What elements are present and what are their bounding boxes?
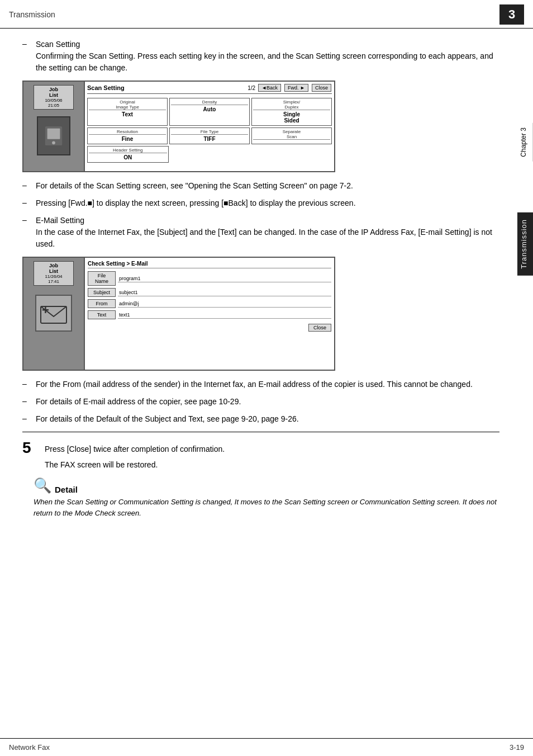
- scan-cell-separate[interactable]: SeparateScan: [251, 127, 332, 144]
- job-list-box-1: JobList 10/05/0621:05: [34, 85, 74, 110]
- restored-text: The FAX screen will be restored.: [45, 460, 499, 469]
- chapter-box: 3: [499, 4, 524, 25]
- scan-panel: Scan Setting 1/2 ◄Back Fwd. ► Close Orig…: [85, 82, 334, 171]
- email-label-text[interactable]: Text: [88, 310, 116, 319]
- bullet-from-info-text: For the From (mail address of the sender…: [36, 379, 473, 390]
- scan-cell-simplex[interactable]: Simplex/Duplex SingleSided: [251, 98, 332, 126]
- email-panel: Check Setting > E-Mail FileName program1…: [85, 258, 334, 370]
- bullet-dash-3: –: [22, 198, 36, 207]
- scan-cell-filetype[interactable]: File Type TIFF: [169, 127, 250, 144]
- bullet-email-details: – For details of E-mail address of the c…: [22, 396, 499, 408]
- email-value-text: text1: [118, 311, 331, 319]
- scan-setting-title: Scan Setting: [36, 39, 499, 50]
- detail-icon-row: 🔍 Detail: [34, 477, 499, 494]
- footer-left: Network Fax: [9, 743, 50, 752]
- page-footer: Network Fax 3-19: [0, 738, 533, 756]
- bullet-scan-detail-text: For details of the Scan Setting screen, …: [36, 180, 353, 192]
- scan-fwd-btn[interactable]: Fwd. ►: [284, 84, 308, 92]
- bullet-fwd-pressing: – Pressing [Fwd.■] to display the next s…: [22, 197, 499, 209]
- main-content: – Scan Setting Confirming the Scan Setti…: [0, 29, 533, 529]
- step-5-row: 5 Press [Close] twice after completion o…: [22, 440, 499, 456]
- bullet-from-info: – For the From (mail address of the send…: [22, 379, 499, 390]
- email-setting-text: E-Mail Setting In the case of the Intern…: [36, 215, 499, 250]
- scan-close-btn[interactable]: Close: [312, 84, 331, 92]
- detail-title: Detail: [55, 485, 78, 494]
- email-screen-left: JobList 11/26/0417:41 +: [23, 258, 85, 370]
- bullet-default-details: – For details of the Default of the Subj…: [22, 413, 499, 425]
- scan-setting-desc: Confirming the Scan Setting. Press each …: [36, 51, 493, 72]
- phone-icon: [37, 116, 70, 155]
- scan-cell-header-setting[interactable]: Header Setting ON: [87, 146, 169, 163]
- scan-screen-left: JobList 10/05/0621:05: [23, 82, 85, 171]
- email-label-subject[interactable]: Subject: [88, 288, 116, 297]
- email-value-filename: program1: [118, 275, 331, 282]
- scan-setting-text: Scan Setting Confirming the Scan Setting…: [36, 39, 499, 74]
- separator: [22, 432, 499, 432]
- email-row-text: Text text1: [88, 310, 331, 319]
- scan-screen-mockup: JobList 10/05/0621:05 Scan Setting 1/2 ◄…: [22, 81, 335, 172]
- scan-cell-density[interactable]: Density Auto: [169, 98, 250, 126]
- job-list-box-2: JobList 11/26/0417:41: [34, 261, 74, 286]
- scan-panel-header: Scan Setting 1/2 ◄Back Fwd. ► Close: [87, 84, 332, 94]
- email-icon: +: [35, 295, 72, 332]
- magnify-icon: 🔍: [34, 477, 51, 494]
- detail-text: When the Scan Setting or Communication S…: [34, 497, 499, 519]
- email-value-subject: subject1: [118, 289, 331, 296]
- bullet-fwd-pressing-text: Pressing [Fwd.■] to display the next scr…: [36, 197, 356, 209]
- bullet-dash-4: –: [22, 215, 36, 224]
- email-setting-desc: In the case of the Internet Fax, the [Su…: [36, 228, 492, 248]
- detail-box: 🔍 Detail When the Scan Setting or Commun…: [34, 477, 499, 519]
- svg-point-2: [52, 141, 55, 145]
- email-value-from: admin@j: [118, 300, 331, 308]
- bullet-scan-detail: – For details of the Scan Setting screen…: [22, 180, 499, 192]
- bullet-dash-6: –: [22, 396, 36, 405]
- footer-right: 3-19: [510, 743, 524, 752]
- scan-grid: OriginalImage Type Text Density Auto Sim…: [87, 98, 332, 144]
- scan-cell-resolution[interactable]: Resolution Fine: [87, 127, 168, 144]
- email-row-filename: FileName program1: [88, 271, 331, 286]
- bullet-dash-2: –: [22, 181, 36, 190]
- scan-header-setting-row: Header Setting ON: [87, 146, 332, 163]
- side-tab: Transmission: [517, 212, 533, 276]
- scan-cell-original-type[interactable]: OriginalImage Type Text: [87, 98, 168, 126]
- bullet-email-details-text: For details of E-mail address of the cop…: [36, 396, 241, 408]
- page-header: Transmission 3: [0, 0, 533, 29]
- email-label-from[interactable]: From: [88, 299, 116, 308]
- scan-page: 1/2: [248, 85, 255, 91]
- step-5-text: Press [Close] twice after completion of …: [45, 440, 225, 455]
- email-screen-mockup: JobList 11/26/0417:41 + Check Setting > …: [22, 257, 335, 371]
- scan-setting-bullet: – Scan Setting Confirming the Scan Setti…: [22, 39, 499, 74]
- email-panel-title: Check Setting > E-Mail: [88, 261, 331, 268]
- bullet-dash-1: –: [22, 39, 36, 48]
- header-title: Transmission: [9, 10, 55, 19]
- bullet-dash-7: –: [22, 414, 36, 423]
- step-5-number: 5: [22, 440, 39, 456]
- svg-rect-1: [47, 129, 60, 139]
- chapter-label: Chapter 3: [517, 123, 533, 162]
- scan-panel-title: Scan Setting: [87, 84, 245, 91]
- email-close-btn[interactable]: Close: [308, 324, 331, 332]
- bullet-default-details-text: For details of the Default of the Subjec…: [36, 413, 299, 425]
- email-label-filename[interactable]: FileName: [88, 271, 116, 286]
- scan-back-btn[interactable]: ◄Back: [258, 84, 281, 92]
- email-row-subject: Subject subject1: [88, 288, 331, 297]
- email-setting-title: E-Mail Setting: [36, 215, 499, 226]
- email-row-from: From admin@j: [88, 299, 331, 308]
- bullet-dash-5: –: [22, 379, 36, 388]
- email-setting-bullet: – E-Mail Setting In the case of the Inte…: [22, 215, 499, 250]
